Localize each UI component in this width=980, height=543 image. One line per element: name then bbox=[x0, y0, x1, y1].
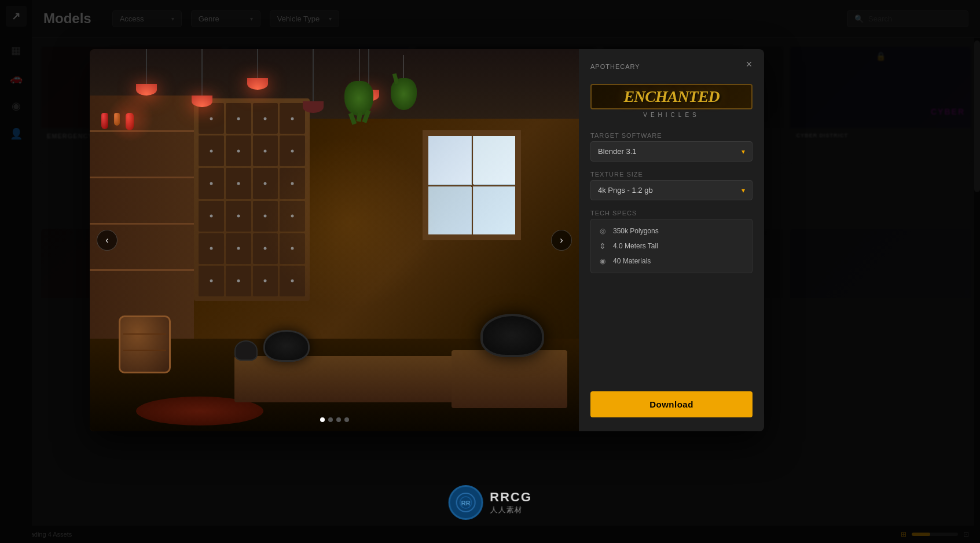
texture-size-label: Texture Size bbox=[590, 171, 753, 178]
watermark-brand: RRCG bbox=[490, 490, 532, 505]
target-software-arrow: ▾ bbox=[742, 148, 745, 156]
texture-size-dropdown[interactable]: 4k Pngs - 1.2 gb ▾ bbox=[590, 180, 753, 200]
prev-arrow[interactable]: ‹ bbox=[97, 230, 118, 251]
next-arrow[interactable]: › bbox=[551, 230, 572, 251]
barrel-left bbox=[119, 315, 171, 373]
dot-2[interactable] bbox=[328, 417, 333, 422]
target-software-label: Target Software bbox=[590, 132, 753, 139]
target-software-value: Blender 3.1 bbox=[598, 147, 637, 156]
texture-size-value: 4k Pngs - 1.2 gb bbox=[598, 186, 653, 195]
spacer bbox=[590, 282, 753, 382]
materials-icon: ◉ bbox=[598, 256, 607, 266]
materials-value: 40 Materials bbox=[613, 257, 651, 265]
tech-specs-section: Tech Specs ◎ 350k Polygons ⇕ 4.0 Meters … bbox=[590, 210, 753, 273]
polygons-value: 350k Polygons bbox=[613, 227, 659, 235]
modal-image-panel: ‹ › bbox=[90, 49, 579, 431]
tech-spec-height: ⇕ 4.0 Meters Tall bbox=[598, 241, 745, 251]
height-value: 4.0 Meters Tall bbox=[613, 242, 658, 250]
modal-subtitle: Apothecary bbox=[590, 63, 753, 70]
tech-spec-polygons: ◎ 350k Polygons bbox=[598, 226, 745, 236]
polygons-icon: ◎ bbox=[598, 226, 607, 236]
tech-spec-materials: ◉ 40 Materials bbox=[598, 256, 745, 266]
watermark-logo: RR bbox=[448, 485, 483, 520]
watermark-sub: 人人素材 bbox=[490, 505, 532, 515]
download-button[interactable]: Download bbox=[590, 391, 753, 417]
texture-size-section: Texture Size 4k Pngs - 1.2 gb ▾ bbox=[590, 171, 753, 200]
modal-close-button[interactable]: × bbox=[741, 56, 757, 72]
hanging-plants bbox=[344, 49, 417, 116]
pendant-lamps bbox=[136, 49, 379, 113]
tech-specs-label: Tech Specs bbox=[590, 210, 753, 217]
window bbox=[423, 130, 521, 240]
right-table bbox=[452, 321, 567, 408]
modal: ‹ › × Apothecary ENCHANTED VEHICLES bbox=[90, 49, 764, 431]
close-icon: × bbox=[746, 58, 753, 71]
shelf-wall bbox=[90, 96, 194, 350]
height-icon: ⇕ bbox=[598, 241, 607, 251]
download-label: Download bbox=[649, 399, 693, 409]
texture-size-arrow: ▾ bbox=[742, 186, 745, 195]
target-software-dropdown[interactable]: Blender 3.1 ▾ bbox=[590, 141, 753, 162]
modal-info-panel: × Apothecary ENCHANTED VEHICLES Target S… bbox=[579, 49, 764, 431]
svg-text:RR: RR bbox=[461, 500, 470, 507]
dot-1[interactable] bbox=[320, 417, 325, 422]
brand-logo-text: ENCHANTED bbox=[590, 84, 753, 109]
drawer-cabinet bbox=[194, 98, 310, 301]
dot-3[interactable] bbox=[336, 417, 341, 422]
prev-icon: ‹ bbox=[105, 235, 108, 245]
brand-logo-sub: VEHICLES bbox=[643, 112, 699, 118]
workspace bbox=[234, 321, 475, 402]
watermark-logo-svg: RR bbox=[455, 492, 476, 513]
target-software-section: Target Software Blender 3.1 ▾ bbox=[590, 132, 753, 162]
watermark-text-block: RRCG 人人素材 bbox=[490, 490, 532, 515]
modal-main-image bbox=[90, 49, 579, 431]
brand-logo: ENCHANTED VEHICLES bbox=[590, 79, 753, 123]
tech-specs-box: ◎ 350k Polygons ⇕ 4.0 Meters Tall ◉ 40 M… bbox=[590, 219, 753, 273]
dot-4[interactable] bbox=[344, 417, 349, 422]
image-dots bbox=[320, 417, 349, 422]
watermark: RR RRCG 人人素材 bbox=[448, 485, 532, 520]
next-icon: › bbox=[560, 235, 563, 245]
